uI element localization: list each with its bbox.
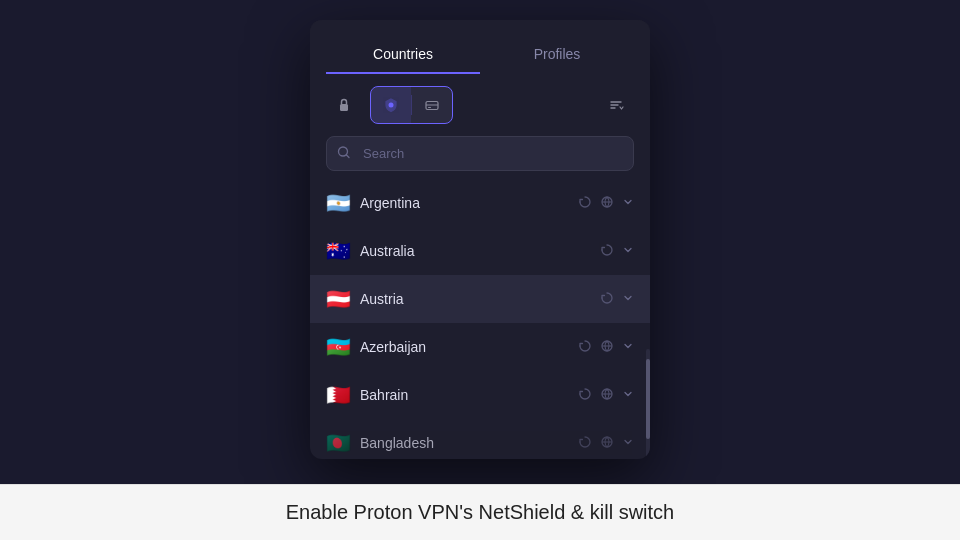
country-actions — [578, 435, 634, 452]
search-icon — [337, 145, 351, 162]
country-actions — [578, 387, 634, 404]
caption-bar: Enable Proton VPN's NetShield & kill swi… — [0, 484, 960, 540]
refresh-icon[interactable] — [600, 243, 614, 260]
country-flag: 🇧🇩 — [326, 431, 350, 455]
refresh-icon[interactable] — [578, 387, 592, 404]
svg-point-1 — [389, 103, 394, 108]
country-list: 🇦🇷 Argentina — [310, 179, 650, 459]
refresh-icon[interactable] — [600, 291, 614, 308]
refresh-icon[interactable] — [578, 435, 592, 452]
tab-profiles[interactable]: Profiles — [480, 36, 634, 74]
sort-button[interactable] — [598, 87, 634, 123]
svg-rect-0 — [340, 104, 348, 111]
country-flag: 🇦🇺 — [326, 239, 350, 263]
chevron-down-icon[interactable] — [622, 196, 634, 211]
list-item[interactable]: 🇦🇹 Austria — [310, 275, 650, 323]
country-name: Argentina — [360, 195, 568, 211]
scrollbar-thumb[interactable] — [646, 359, 650, 439]
list-item[interactable]: 🇧🇩 Bangladesh — [310, 419, 650, 459]
chevron-down-icon[interactable] — [622, 388, 634, 403]
globe-icon[interactable] — [600, 387, 614, 404]
globe-icon[interactable] — [600, 195, 614, 212]
shield-filter-button[interactable] — [371, 87, 411, 123]
caption-text: Enable Proton VPN's NetShield & kill swi… — [286, 501, 674, 523]
country-name: Australia — [360, 243, 590, 259]
country-flag: 🇦🇷 — [326, 191, 350, 215]
refresh-icon[interactable] — [578, 195, 592, 212]
app-window: Countries Profiles — [310, 20, 650, 459]
country-actions — [600, 243, 634, 260]
country-actions — [578, 339, 634, 356]
country-name: Azerbaijan — [360, 339, 568, 355]
country-flag: 🇦🇿 — [326, 335, 350, 359]
toolbar — [310, 74, 650, 136]
tab-countries[interactable]: Countries — [326, 36, 480, 74]
country-actions — [578, 195, 634, 212]
list-item[interactable]: 🇦🇷 Argentina — [310, 179, 650, 227]
tab-bar: Countries Profiles — [310, 20, 650, 74]
country-actions — [600, 291, 634, 308]
search-input[interactable] — [326, 136, 634, 171]
chevron-down-icon[interactable] — [622, 244, 634, 259]
chevron-down-icon[interactable] — [622, 340, 634, 355]
country-flag: 🇦🇹 — [326, 287, 350, 311]
country-name: Bangladesh — [360, 435, 568, 451]
country-name: Austria — [360, 291, 590, 307]
list-item[interactable]: 🇧🇭 Bahrain — [310, 371, 650, 419]
globe-icon[interactable] — [600, 435, 614, 452]
chevron-down-icon[interactable] — [622, 292, 634, 307]
list-item[interactable]: 🇦🇿 Azerbaijan — [310, 323, 650, 371]
card-filter-button[interactable] — [412, 87, 452, 123]
search-box — [326, 136, 634, 171]
globe-icon[interactable] — [600, 339, 614, 356]
list-item[interactable]: 🇦🇺 Australia — [310, 227, 650, 275]
lock-button[interactable] — [326, 87, 362, 123]
filter-toolbar-group — [370, 86, 453, 124]
country-name: Bahrain — [360, 387, 568, 403]
svg-rect-4 — [428, 107, 431, 108]
refresh-icon[interactable] — [578, 339, 592, 356]
chevron-down-icon[interactable] — [622, 436, 634, 451]
svg-rect-3 — [426, 104, 438, 106]
scrollbar-track[interactable] — [646, 349, 650, 459]
country-flag: 🇧🇭 — [326, 383, 350, 407]
